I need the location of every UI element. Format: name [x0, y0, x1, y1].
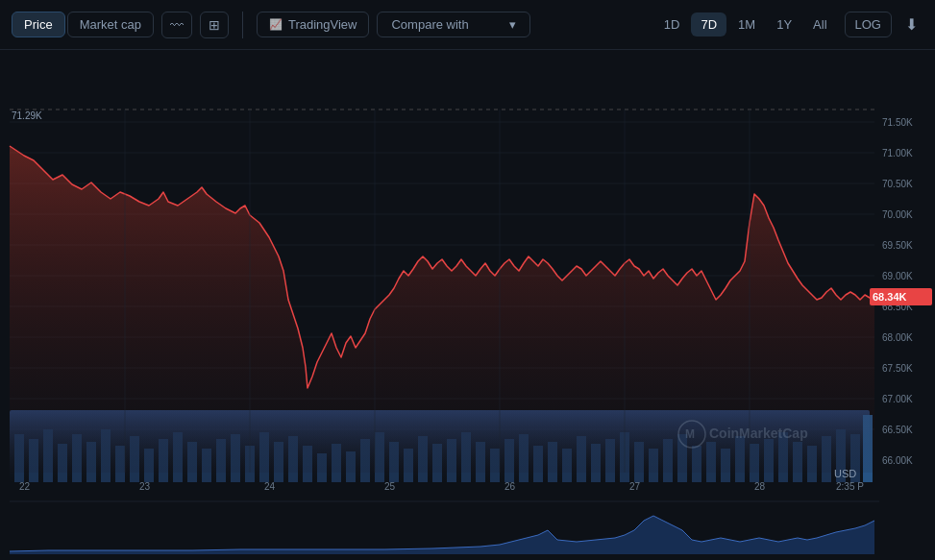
svg-text:68.00K: 68.00K [882, 332, 913, 343]
time-all-button[interactable]: All [803, 12, 836, 37]
svg-text:24: 24 [264, 481, 276, 492]
candle-chart-icon[interactable]: ⊞ [200, 12, 229, 38]
svg-text:66.00K: 66.00K [882, 455, 913, 466]
price-marketcap-group: Price Market cap [12, 12, 154, 37]
trading-view-button[interactable]: 📈 TradingView [257, 12, 370, 37]
svg-text:71.50K: 71.50K [882, 117, 913, 128]
download-button[interactable]: ⬇ [899, 12, 923, 37]
svg-text:2:35 P: 2:35 P [836, 481, 864, 492]
chart-container: 71.50K 71.00K 70.50K 70.00K 69.50K 69.00… [0, 50, 935, 560]
compare-chevron-icon: ▾ [509, 17, 516, 32]
time-period-group: 1D 7D 1M 1Y All [654, 12, 837, 37]
svg-text:70.00K: 70.00K [882, 209, 913, 220]
svg-text:66.50K: 66.50K [882, 425, 913, 435]
toolbar: Price Market cap 〰 ⊞ 📈 TradingView Compa… [0, 0, 935, 50]
compare-label: Compare with [391, 17, 468, 32]
price-button[interactable]: Price [12, 12, 65, 37]
svg-text:22: 22 [19, 481, 31, 492]
svg-text:23: 23 [139, 481, 151, 492]
svg-text:71.00K: 71.00K [882, 148, 913, 158]
trading-view-label: TradingView [288, 17, 357, 32]
price-chart[interactable]: 71.50K 71.00K 70.50K 70.00K 69.50K 69.00… [0, 50, 935, 560]
market-cap-button[interactable]: Market cap [67, 12, 154, 37]
svg-text:69.50K: 69.50K [882, 240, 913, 251]
compare-with-dropdown[interactable]: Compare with ▾ [377, 12, 530, 37]
svg-text:67.50K: 67.50K [882, 363, 913, 374]
time-7d-button[interactable]: 7D [691, 12, 726, 37]
svg-text:68.34K: 68.34K [873, 291, 907, 303]
svg-text:26: 26 [504, 481, 516, 492]
time-1d-button[interactable]: 1D [654, 12, 690, 37]
svg-text:CoinMarketCap: CoinMarketCap [709, 426, 808, 441]
svg-text:67.00K: 67.00K [882, 394, 913, 404]
trading-view-icon: 📈 [269, 18, 283, 31]
svg-text:M: M [685, 427, 695, 441]
svg-text:28: 28 [754, 481, 766, 492]
svg-text:25: 25 [384, 481, 396, 492]
log-scale-button[interactable]: LOG [845, 12, 892, 37]
svg-text:70.50K: 70.50K [882, 179, 913, 189]
time-1y-button[interactable]: 1Y [767, 12, 801, 37]
svg-text:USD: USD [834, 468, 856, 479]
line-chart-icon[interactable]: 〰 [161, 12, 192, 38]
svg-text:71.29K: 71.29K [12, 110, 42, 121]
toolbar-divider [242, 12, 243, 38]
time-1m-button[interactable]: 1M [728, 12, 765, 37]
svg-text:27: 27 [629, 481, 641, 492]
svg-text:69.00K: 69.00K [882, 271, 913, 281]
